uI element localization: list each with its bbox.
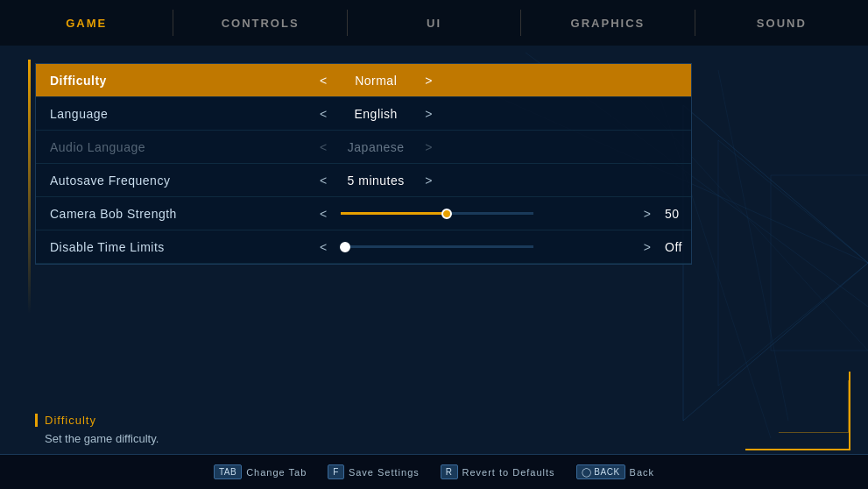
disable-time-slider-container: [341, 245, 630, 248]
setting-row-autosave[interactable]: Autosave Frequency < 5 minutes >: [36, 164, 691, 197]
bottom-key-tab: TAB: [214, 464, 242, 479]
tab-graphics[interactable]: GRAPHICS: [521, 0, 694, 46]
bottom-label-revert: Revert to Defaults: [462, 467, 555, 478]
corner-decoration-inner: [779, 380, 849, 433]
disable-time-slider-track[interactable]: [341, 245, 533, 248]
bottom-label-back: Back: [630, 467, 654, 478]
bottom-btn-change-tab[interactable]: TAB Change Tab: [214, 464, 307, 479]
info-description: Set the game difficulty.: [45, 432, 159, 445]
disable-time-right-arrow[interactable]: >: [637, 237, 658, 258]
camera-bob-slider-thumb[interactable]: [441, 209, 452, 219]
bottom-label-change-tab: Change Tab: [246, 467, 307, 478]
tab-controls[interactable]: CONTROLS: [173, 0, 346, 46]
bottom-btn-save[interactable]: F Save Settings: [328, 464, 419, 479]
nav-tabs: GAME CONTROLS UI GRAPHICS SOUND: [0, 0, 868, 46]
camera-bob-left-arrow[interactable]: <: [313, 203, 334, 224]
setting-row-language[interactable]: Language < English >: [36, 97, 691, 131]
bottom-btn-revert[interactable]: R Revert to Defaults: [441, 464, 555, 479]
setting-row-audio-language: Audio Language < Japanese >: [36, 131, 691, 164]
audio-language-left-arrow: <: [313, 137, 334, 158]
language-right-arrow[interactable]: >: [418, 103, 439, 124]
camera-bob-slider-container: [341, 212, 630, 215]
audio-language-right-arrow: >: [418, 137, 439, 158]
setting-control-audio-language: < Japanese >: [313, 137, 691, 158]
setting-control-difficulty: < Normal >: [313, 70, 691, 91]
bottom-btn-back[interactable]: ◯ BACK Back: [576, 464, 654, 479]
disable-time-left-arrow[interactable]: <: [313, 237, 334, 258]
autosave-right-arrow[interactable]: >: [418, 170, 439, 191]
autosave-left-arrow[interactable]: <: [313, 170, 334, 191]
bottom-key-r: R: [441, 464, 458, 479]
disable-time-slider-thumb[interactable]: [340, 242, 350, 252]
bottom-key-back: ◯ BACK: [576, 464, 625, 479]
setting-row-difficulty[interactable]: Difficulty < Normal >: [36, 64, 691, 97]
main-content: Difficulty < Normal > Language < English…: [0, 46, 868, 282]
bottom-bar: TAB Change Tab F Save Settings R Revert …: [0, 454, 868, 489]
camera-bob-slider-track[interactable]: [341, 212, 533, 215]
bottom-label-save: Save Settings: [349, 467, 420, 478]
tab-game[interactable]: GAME: [0, 0, 173, 46]
language-left-arrow[interactable]: <: [313, 103, 334, 124]
setting-control-autosave: < 5 minutes >: [313, 170, 691, 191]
setting-control-camera-bob: < > 50: [313, 203, 691, 224]
info-panel: Difficulty Set the game difficulty.: [35, 414, 159, 445]
camera-bob-right-arrow[interactable]: >: [637, 203, 658, 224]
tab-sound[interactable]: SOUND: [695, 0, 868, 46]
setting-row-disable-time[interactable]: Disable Time Limits < > Off: [36, 230, 691, 264]
nav-bar: GAME CONTROLS UI GRAPHICS SOUND: [0, 0, 868, 46]
difficulty-left-arrow[interactable]: <: [313, 70, 334, 91]
setting-control-disable-time: < > Off: [313, 237, 691, 258]
camera-bob-slider-fill: [341, 212, 447, 215]
difficulty-right-arrow[interactable]: >: [418, 70, 439, 91]
info-title: Difficulty: [35, 414, 159, 427]
tab-ui[interactable]: UI: [348, 0, 520, 46]
corner-decoration: [745, 372, 850, 450]
setting-row-camera-bob[interactable]: Camera Bob Strength < > 50: [36, 197, 691, 230]
settings-list: Difficulty < Normal > Language < English…: [35, 63, 692, 265]
bottom-key-f: F: [328, 464, 344, 479]
setting-control-language: < English >: [313, 103, 691, 124]
